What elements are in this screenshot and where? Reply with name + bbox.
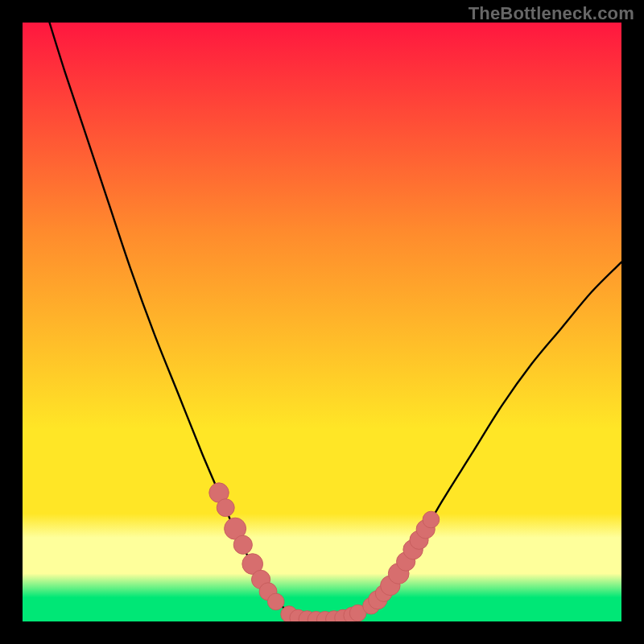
data-marker xyxy=(217,499,234,517)
plot-area xyxy=(23,23,621,621)
watermark-text: TheBottleneck.com xyxy=(469,3,634,24)
data-marker xyxy=(233,535,252,554)
chart-frame: TheBottleneck.com xyxy=(0,0,644,644)
gradient-background xyxy=(23,23,621,621)
chart-svg xyxy=(23,23,621,621)
data-marker xyxy=(423,511,440,528)
data-marker xyxy=(267,593,284,610)
